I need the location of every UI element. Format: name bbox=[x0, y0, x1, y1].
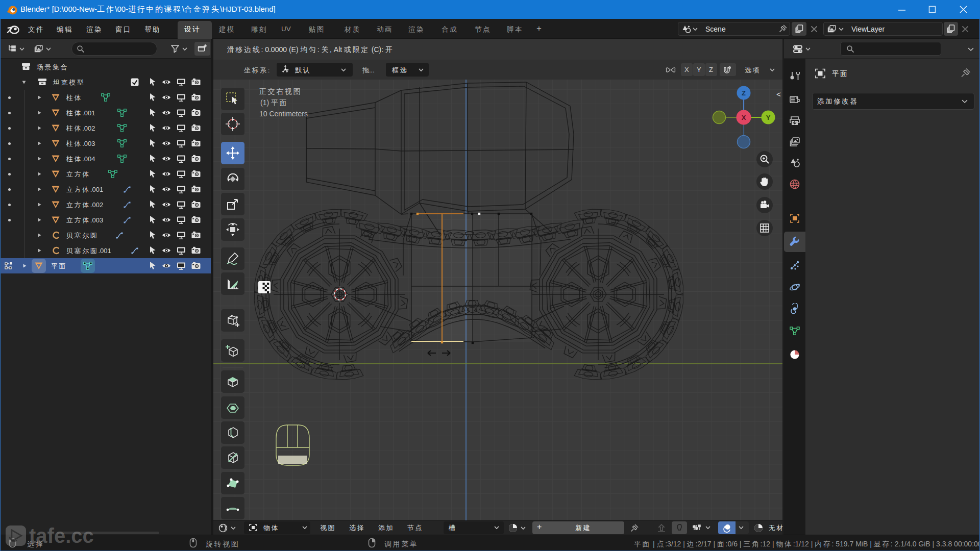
svg-text:Z: Z bbox=[742, 89, 746, 97]
svg-text:X: X bbox=[742, 114, 746, 121]
svg-text:Y: Y bbox=[766, 114, 771, 121]
